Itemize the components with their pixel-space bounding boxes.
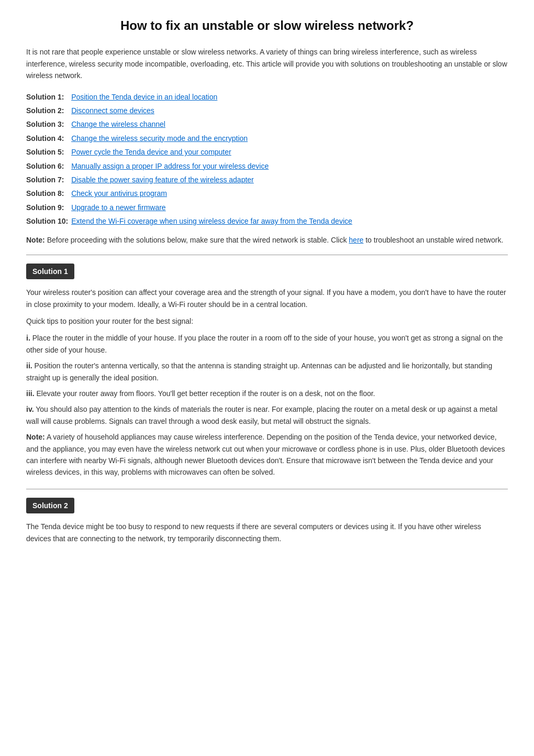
tip-ii-text: Position the router's antenna vertically… (26, 361, 492, 381)
toc-solution-label: Solution 10: (26, 214, 71, 228)
toc-solution-label: Solution 4: (26, 132, 71, 145)
toc-link-9[interactable]: Upgrade to a newer firmware (71, 203, 166, 212)
toc-solution-label: Solution 6: (26, 159, 71, 173)
toc-table: Solution 1:Position the Tenda device in … (26, 90, 352, 228)
toc-row: Solution 6:Manually assign a proper IP a… (26, 159, 352, 173)
tip-iii-label: iii. (26, 389, 35, 398)
toc-solution-link-cell: Disconnect some devices (71, 104, 352, 117)
solution1-tip-iv: iv. You should also pay attention to the… (26, 403, 508, 427)
solution2-badge: Solution 2 (26, 498, 74, 513)
tip-i-text: Place the router in the middle of your h… (26, 334, 503, 354)
toc-link-10[interactable]: Extend the Wi-Fi coverage when using wir… (71, 217, 352, 225)
toc-link-5[interactable]: Power cycle the Tenda device and your co… (71, 148, 231, 156)
toc-solution-link-cell: Disable the power saving feature of the … (71, 173, 352, 187)
toc-solution-label: Solution 3: (26, 117, 71, 131)
divider (26, 255, 508, 255)
note-here-link[interactable]: here (349, 236, 363, 244)
toc-solution-link-cell: Change the wireless channel (71, 117, 352, 131)
toc-row: Solution 2:Disconnect some devices (26, 104, 352, 117)
toc-solution-link-cell: Change the wireless security mode and th… (71, 132, 352, 145)
toc-solution-link-cell: Position the Tenda device in an ideal lo… (71, 90, 352, 104)
toc-link-2[interactable]: Disconnect some devices (71, 106, 154, 115)
solution1-para2: Quick tips to position your router for t… (26, 315, 508, 327)
toc-solution-link-cell: Check your antivirus program (71, 187, 352, 200)
toc-solution-label: Solution 8: (26, 187, 71, 200)
divider2 (26, 489, 508, 489)
tip-i-label: i. (26, 334, 30, 342)
toc-row: Solution 5:Power cycle the Tenda device … (26, 145, 352, 159)
note-paragraph: Note: Before proceeding with the solutio… (26, 234, 508, 246)
solution1-tip-iii: iii. Elevate your router away from floor… (26, 388, 508, 399)
solution1-badge: Solution 1 (26, 264, 74, 279)
tip-ii-label: ii. (26, 361, 32, 370)
toc-row: Solution 8:Check your antivirus program (26, 187, 352, 200)
note-before-text: Before proceeding with the solutions bel… (47, 236, 347, 244)
solution1-tip-i: i. Place the router in the middle of you… (26, 332, 508, 356)
toc-solution-link-cell: Manually assign a proper IP address for … (71, 159, 352, 173)
toc-solution-link-cell: Extend the Wi-Fi coverage when using wir… (71, 214, 352, 228)
solution1-section: Solution 1 Your wireless router's positi… (26, 264, 508, 478)
solution1-note-text: A variety of household appliances may ca… (26, 433, 505, 476)
tip-iv-text: You should also pay attention to the kin… (26, 405, 497, 425)
toc-row: Solution 9:Upgrade to a newer firmware (26, 201, 352, 214)
solution2-section: Solution 2 The Tenda device might be too… (26, 498, 508, 544)
toc-solution-label: Solution 5: (26, 145, 71, 159)
toc-solution-label: Solution 9: (26, 201, 71, 214)
toc-solution-label: Solution 7: (26, 173, 71, 187)
toc-link-3[interactable]: Change the wireless channel (71, 120, 165, 128)
toc-link-6[interactable]: Manually assign a proper IP address for … (71, 162, 269, 170)
tip-iv-label: iv. (26, 405, 34, 413)
toc-row: Solution 7:Disable the power saving feat… (26, 173, 352, 187)
toc-link-1[interactable]: Position the Tenda device in an ideal lo… (71, 93, 217, 101)
toc-row: Solution 10:Extend the Wi-Fi coverage wh… (26, 214, 352, 228)
toc-solution-link-cell: Upgrade to a newer firmware (71, 201, 352, 214)
toc-solution-link-cell: Power cycle the Tenda device and your co… (71, 145, 352, 159)
tip-iii-text: Elevate your router away from floors. Yo… (36, 389, 375, 398)
toc-link-4[interactable]: Change the wireless security mode and th… (71, 134, 248, 143)
note-after-text: to troubleshoot an unstable wired networ… (365, 236, 503, 244)
solution1-tip-ii: ii. Position the router's antenna vertic… (26, 360, 508, 384)
toc-link-7[interactable]: Disable the power saving feature of the … (71, 176, 254, 184)
toc-row: Solution 1:Position the Tenda device in … (26, 90, 352, 104)
toc-row: Solution 3:Change the wireless channel (26, 117, 352, 131)
solution1-note: Note: A variety of household appliances … (26, 431, 508, 478)
toc-row: Solution 4:Change the wireless security … (26, 132, 352, 145)
toc-link-8[interactable]: Check your antivirus program (71, 189, 167, 198)
page-title: How to fix an unstable or slow wireless … (26, 16, 508, 36)
solution1-note-label: Note: (26, 433, 45, 441)
toc-solution-label: Solution 1: (26, 90, 71, 104)
solution2-para1: The Tenda device might be too busy to re… (26, 521, 508, 544)
solution1-para1: Your wireless router's position can affe… (26, 287, 508, 310)
intro-paragraph: It is not rare that people experience un… (26, 46, 508, 81)
toc-solution-label: Solution 2: (26, 104, 71, 117)
note-label: Note: (26, 236, 45, 244)
